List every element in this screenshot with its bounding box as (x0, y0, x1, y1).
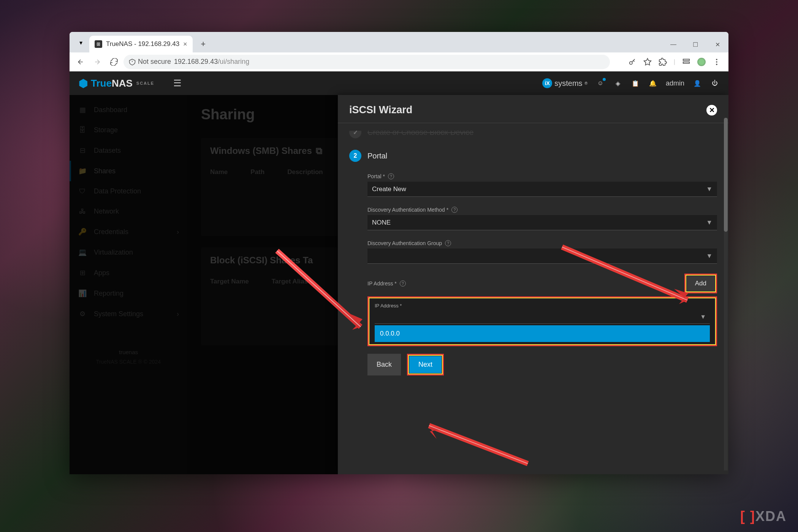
browser-window: ▾ ⊞ TrueNAS - 192.168.29.43 × + — ☐ ✕ No… (70, 32, 728, 474)
panel-close-button[interactable]: ✕ (706, 105, 717, 116)
panel-scrollbar-thumb[interactable] (724, 118, 728, 232)
next-button[interactable]: Next (409, 356, 442, 373)
step-1-label: Create or Choose Block Device (367, 131, 473, 137)
window-maximize-button[interactable]: ☐ (684, 36, 706, 52)
security-indicator[interactable]: Not secure (129, 58, 171, 66)
address-bar: Not secure 192.168.29.43/ui/sharing | (70, 52, 728, 71)
help-icon[interactable]: ? (400, 280, 406, 287)
app-topbar: ⬢ TrueNAS SCALE ☰ iXsystems® ☺ ◈ 📋 🔔 adm… (70, 71, 728, 95)
profile-avatar-icon[interactable] (697, 58, 706, 66)
svg-rect-1 (683, 59, 690, 60)
status-icon[interactable]: ☺ (596, 79, 605, 88)
svg-point-5 (716, 63, 717, 65)
svg-rect-2 (683, 62, 690, 63)
browser-tab[interactable]: ⊞ TrueNAS - 192.168.29.43 × (89, 36, 193, 52)
browser-menu-icon[interactable] (712, 58, 721, 66)
tab-favicon-icon: ⊞ (95, 40, 102, 48)
notifications-bell-icon[interactable]: 🔔 (648, 79, 657, 88)
ip-address-select[interactable]: ▼ (375, 310, 710, 324)
help-icon[interactable]: ? (388, 173, 394, 179)
step-1-indicator: ✓ (349, 131, 361, 138)
window-close-button[interactable]: ✕ (706, 36, 728, 52)
reading-list-icon[interactable] (682, 58, 690, 66)
back-button[interactable]: Back (367, 354, 401, 375)
chevron-down-icon: ▼ (706, 252, 712, 260)
chevron-down-icon: ▼ (700, 314, 706, 320)
svg-point-3 (716, 59, 717, 60)
admin-username: admin (666, 79, 684, 87)
extensions-icon[interactable] (659, 58, 667, 66)
nav-reload-button[interactable] (107, 55, 121, 69)
auth-group-select[interactable]: ▼ (367, 249, 717, 264)
password-key-icon[interactable] (628, 58, 636, 66)
bookmark-star-icon[interactable] (643, 58, 652, 66)
window-minimize-button[interactable]: — (662, 36, 684, 52)
ip-address-highlight: IP Address * ▼ 0.0.0.0 (367, 296, 717, 346)
tab-title: TrueNAS - 192.168.29.43 (106, 40, 179, 48)
help-icon[interactable]: ? (445, 240, 451, 246)
ip-option-0000[interactable]: 0.0.0.0 (375, 325, 710, 342)
truenas-logo[interactable]: ⬢ TrueNAS SCALE (79, 77, 154, 90)
logo-icon: ⬢ (79, 77, 88, 90)
clipboard-icon[interactable]: 📋 (631, 79, 640, 88)
user-account-icon[interactable]: 👤 (693, 79, 702, 88)
truenas-app: ⬢ TrueNAS SCALE ☰ iXsystems® ☺ ◈ 📋 🔔 adm… (70, 71, 728, 474)
step-2-indicator: 2 (349, 150, 361, 162)
nav-forward-button[interactable] (90, 55, 104, 69)
new-tab-button[interactable]: + (196, 37, 210, 51)
chevron-down-icon: ▼ (706, 219, 712, 226)
layers-icon[interactable]: ◈ (613, 79, 622, 88)
help-icon[interactable]: ? (451, 207, 458, 213)
ixsystems-logo[interactable]: iXsystems® (542, 78, 587, 88)
power-icon[interactable]: ⏻ (710, 79, 719, 88)
add-button-highlight: Add (684, 274, 717, 293)
auth-method-select[interactable]: NONE▼ (367, 215, 717, 230)
ip-address-field: IP Address * ▼ 0.0.0.0 (370, 299, 714, 344)
tab-strip: ▾ ⊞ TrueNAS - 192.168.29.43 × + — ☐ ✕ (70, 32, 728, 52)
tab-search-dropdown[interactable]: ▾ (76, 37, 86, 48)
portal-select[interactable]: Create New▼ (367, 182, 717, 197)
iscsi-wizard-panel: iSCSI Wizard ✕ ✓ Create or Choose Block … (338, 95, 728, 474)
url-input[interactable]: Not secure 192.168.29.43/ui/sharing (124, 55, 610, 69)
tab-close-icon[interactable]: × (183, 40, 187, 48)
url-text: 192.168.29.43/ui/sharing (174, 58, 249, 66)
panel-title: iSCSI Wizard (349, 104, 412, 116)
nav-back-button[interactable] (73, 55, 88, 69)
xda-watermark: [ ]XDA (740, 508, 787, 524)
step-2-label: Portal (367, 152, 387, 160)
sidebar-toggle-icon[interactable]: ☰ (173, 78, 182, 89)
svg-point-4 (716, 61, 717, 63)
chevron-down-icon: ▼ (706, 185, 712, 193)
add-ip-button[interactable]: Add (687, 276, 715, 291)
next-button-highlight: Next (407, 354, 444, 375)
